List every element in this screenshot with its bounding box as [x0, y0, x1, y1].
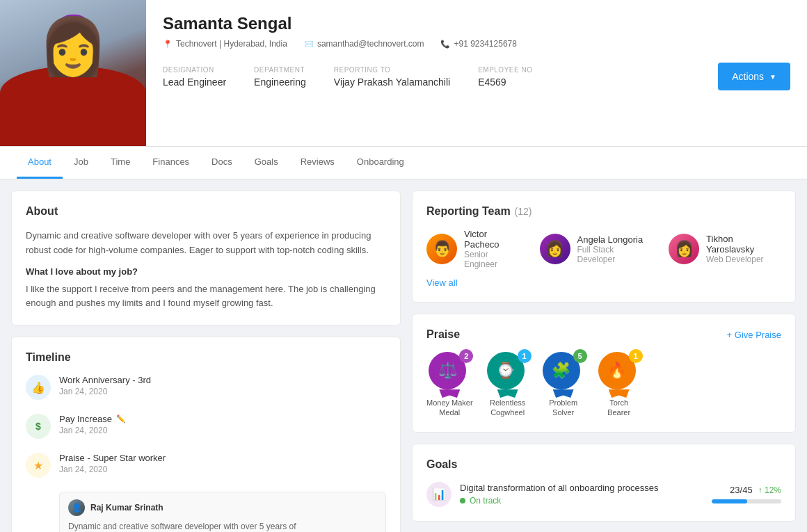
commenter-name: Raj Kumar Srinath — [90, 503, 163, 513]
timeline-title: Timeline — [26, 351, 386, 364]
team-member-tikhon: 👩 Tikhon Yaroslavsky Web Developer — [669, 229, 781, 269]
victor-info: Victor Pacheco Senior Engineer — [464, 229, 523, 269]
badge-torch-bearer: 🔥 1 TorchBearer — [598, 352, 640, 418]
about-card: About Dynamic and creative software deve… — [11, 191, 401, 325]
goal-item-digital: 📊 Digital transformation of all onboardi… — [426, 482, 781, 507]
profile-contact: 📍 Technovert | Hyderabad, India ✉️ saman… — [163, 39, 790, 49]
goal-progress-fill — [712, 499, 747, 503]
location-icon: 📍 — [163, 40, 173, 49]
angela-avatar: 👩 — [540, 234, 570, 264]
profile-name: Samanta Sengal — [163, 14, 790, 33]
profile-photo: 🧕 — [0, 0, 146, 146]
praise-header: Praise + Give Praise — [426, 328, 781, 341]
money-maker-icon-wrap: ⚖️ 2 — [429, 352, 470, 394]
comment-header: 👤 Raj Kumar Srinath — [68, 499, 377, 516]
give-praise-button[interactable]: + Give Praise — [727, 330, 781, 340]
goal-title-text: Digital transformation of all onboarding… — [460, 483, 703, 493]
praise-title: Praise - Super Star worker — [59, 453, 166, 463]
edit-icon[interactable]: ✏️ — [116, 414, 126, 424]
status-dot — [460, 498, 465, 503]
about-bio: Dynamic and creative software developer … — [26, 229, 386, 258]
torch-bearer-count: 1 — [629, 349, 643, 363]
view-all-link[interactable]: View all — [426, 277, 458, 288]
goal-right: 23/45 ↑ 12% — [712, 485, 781, 503]
email-info: ✉️ samanthad@technovert.com — [304, 39, 424, 49]
about-title: About — [26, 205, 386, 218]
problem-solver-name: ProblemSolver — [549, 398, 577, 418]
relentless-name: RelentlessCogwheel — [490, 398, 525, 418]
right-column: Reporting Team (12) 👨 Victor Pacheco Sen… — [412, 191, 796, 522]
torch-bearer-name: TorchBearer — [607, 398, 630, 418]
goal-status: On track — [460, 496, 703, 506]
timeline-item-anniversary: 👍 Work Anniversary - 3rd Jan 24, 2020 — [26, 375, 386, 400]
profile-details-row: DESIGNATION Lead Engineer DEPARTMENT Eng… — [163, 63, 790, 90]
left-column: About Dynamic and creative software deve… — [11, 191, 401, 532]
tab-onboarding[interactable]: Onboarding — [346, 147, 415, 179]
pay-icon: $ — [26, 414, 51, 439]
tikhon-role: Web Developer — [706, 255, 781, 264]
angela-name: Angela Longoria — [577, 234, 653, 245]
reporting-group: REPORTING TO Vijay Prakash Yalamanchili — [334, 66, 450, 88]
badge-problem-solver: 🧩 5 ProblemSolver — [543, 352, 584, 418]
pay-info: Pay Increase ✏️ Jan 24, 2020 — [59, 414, 126, 435]
goal-info: Digital transformation of all onboarding… — [460, 483, 703, 506]
tab-time[interactable]: Time — [99, 147, 141, 179]
praise-card: Praise + Give Praise ⚖️ 2 Money MakerMed… — [412, 314, 796, 433]
goal-chart-icon: 📊 — [426, 482, 452, 507]
anniversary-title: Work Anniversary - 3rd — [59, 375, 151, 385]
tab-reviews[interactable]: Reviews — [289, 147, 346, 179]
praise-title-label: Praise — [426, 328, 460, 341]
timeline-card: Timeline 👍 Work Anniversary - 3rd Jan 24… — [11, 337, 401, 532]
tikhon-info: Tikhon Yaroslavsky Web Developer — [706, 234, 781, 264]
timeline-item-pay: $ Pay Increase ✏️ Jan 24, 2020 — [26, 414, 386, 439]
praise-icon: ★ — [26, 453, 51, 478]
department-group: DEPARTMENT Engineering — [254, 66, 306, 88]
team-members: 👨 Victor Pacheco Senior Engineer 👩 Angel… — [426, 229, 781, 269]
badge-relentless: ⌚ 1 RelentlessCogwheel — [487, 352, 529, 418]
designation-group: DESIGNATION Lead Engineer — [163, 66, 226, 88]
pay-date: Jan 24, 2020 — [59, 426, 126, 435]
anniversary-info: Work Anniversary - 3rd Jan 24, 2020 — [59, 375, 151, 396]
tab-docs[interactable]: Docs — [200, 147, 243, 179]
profile-header: 🧕 Samanta Sengal 📍 Technovert | Hyderaba… — [0, 0, 807, 147]
money-maker-count: 2 — [459, 349, 473, 363]
tab-finances[interactable]: Finances — [141, 147, 200, 179]
reporting-team-header: Reporting Team (12) — [426, 205, 781, 218]
victor-role: Senior Engineer — [464, 250, 523, 269]
badge-money-maker: ⚖️ 2 Money MakerMedal — [426, 352, 473, 418]
goals-card: Goals 📊 Digital transformation of all on… — [412, 444, 796, 522]
actions-button[interactable]: Actions ▼ — [718, 63, 790, 90]
anniversary-icon: 👍 — [26, 375, 51, 400]
victor-name: Victor Pacheco — [464, 229, 523, 250]
angela-info: Angela Longoria Full Stack Developer — [577, 234, 653, 264]
comment-text: Dynamic and creative software developer … — [68, 520, 377, 532]
reporting-team-card: Reporting Team (12) 👨 Victor Pacheco Sen… — [412, 191, 796, 303]
tikhon-name: Tikhon Yaroslavsky — [706, 234, 781, 255]
chevron-down-icon: ▼ — [769, 73, 776, 81]
anniversary-date: Jan 24, 2020 — [59, 387, 151, 396]
goal-progress-text: 23/45 — [730, 485, 753, 495]
praise-badges: ⚖️ 2 Money MakerMedal ⌚ 1 — [426, 352, 781, 418]
relentless-ribbon — [497, 389, 518, 398]
about-question: What I love about my job? — [26, 266, 386, 277]
profile-tabs: About Job Time Finances Docs Goals Revie… — [0, 147, 807, 179]
goal-progress-bar — [712, 499, 781, 503]
phone-info: 📞 +91 9234125678 — [440, 39, 516, 49]
main-content: About Dynamic and creative software deve… — [0, 179, 807, 532]
email-icon: ✉️ — [304, 40, 314, 49]
problem-solver-count: 5 — [573, 349, 587, 363]
tab-about[interactable]: About — [17, 147, 63, 179]
problem-solver-icon-wrap: 🧩 5 — [543, 352, 584, 394]
reporting-team-title: Reporting Team — [426, 205, 511, 218]
torch-bearer-icon-wrap: 🔥 1 — [598, 352, 640, 394]
tab-goals[interactable]: Goals — [243, 147, 289, 179]
money-maker-ribbon — [439, 389, 460, 398]
victor-avatar: 👨 — [426, 234, 457, 264]
team-member-victor: 👨 Victor Pacheco Senior Engineer — [426, 229, 523, 269]
money-maker-name: Money MakerMedal — [426, 398, 473, 418]
phone-icon: 📞 — [440, 40, 450, 49]
problem-solver-ribbon — [553, 389, 574, 398]
goals-title: Goals — [426, 458, 781, 471]
tab-job[interactable]: Job — [63, 147, 99, 179]
company-info: 📍 Technovert | Hyderabad, India — [163, 39, 287, 49]
